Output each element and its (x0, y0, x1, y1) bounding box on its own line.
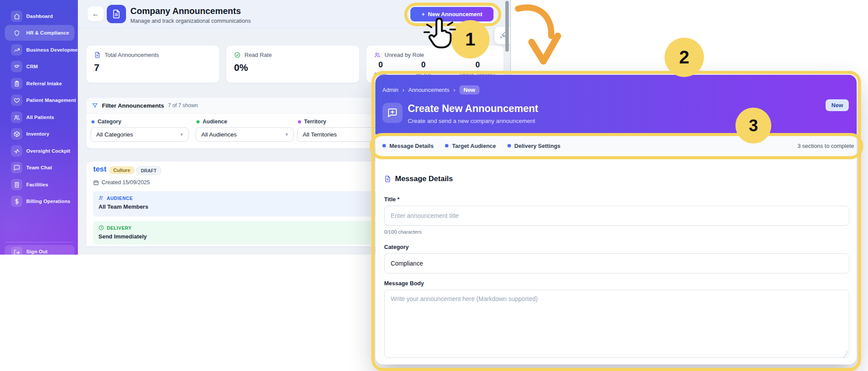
stat-label: Total Announcements (105, 52, 159, 58)
heart-icon (11, 94, 22, 106)
filter-label-audience: Audience (196, 119, 227, 125)
trending-up-icon (11, 44, 22, 56)
section-tab-message-details[interactable]: Message Details (382, 143, 434, 149)
sidebar-item-label: Facilities (26, 182, 48, 187)
sidebar-item-label: Billing Operations (26, 199, 70, 204)
sidebar-item-label: Business Development (26, 47, 78, 52)
sidebar-item-inventory[interactable]: Inventory (0, 127, 78, 140)
section-tab-delivery-settings[interactable]: Delivery Settings (508, 143, 561, 149)
filter-label-territory: Territory (298, 119, 326, 125)
modal-header: Admin › Announcements › New Create New A… (375, 75, 857, 134)
users-icon (11, 112, 22, 123)
logout-icon (11, 247, 22, 255)
step-1-marker: 1 (451, 20, 490, 59)
blue-dot-icon (508, 144, 511, 147)
sidebar-item-label: Referral Intake (26, 81, 62, 86)
sidebar-item-label: All Patients (26, 115, 54, 120)
modal-new-badge: New (826, 99, 849, 111)
sidebar-divider (5, 242, 73, 242)
sidebar-item-billing-operations[interactable]: Billing Operations (0, 195, 78, 208)
screen: Dashboard HR & Compliance Business Devel… (0, 0, 868, 371)
filter-count: 7 of 7 shown (168, 102, 198, 108)
status-badge: DRAFT (136, 166, 161, 175)
check-circle-icon (234, 52, 241, 58)
audience-label: AUDIENCE (107, 196, 133, 201)
calendar-icon (93, 180, 99, 186)
chevron-down-icon: ▾ (285, 132, 288, 137)
back-arrow-icon: ← (92, 10, 99, 18)
home-icon (11, 10, 22, 22)
sidebar-item-crm[interactable]: CRM (0, 60, 78, 73)
audience-select[interactable]: All Audiences▾ (196, 127, 294, 142)
modal-subtitle: Create and send a new company announceme… (408, 118, 535, 124)
sidebar-item-business-development[interactable]: Business Development (0, 43, 78, 56)
clipboard-icon (11, 78, 22, 89)
clock-icon (98, 225, 104, 231)
sidebar-item-team-chat[interactable]: Team Chat (0, 161, 78, 174)
sidebar-item-hr-compliance[interactable]: HR & Compliance (0, 26, 78, 39)
sidebar-item-label: HR & Compliance (26, 30, 69, 35)
activity-icon (11, 145, 22, 157)
purple-dot-icon (298, 120, 301, 123)
breadcrumb-separator: › (402, 87, 404, 93)
role-stat: 0clinical_manager (459, 60, 496, 76)
created-date: Created 15/09/2025 (93, 179, 150, 186)
sidebar-item-patient-management[interactable]: Patient Management (0, 94, 78, 107)
section-tab-target-audience[interactable]: Target Audience (445, 143, 496, 149)
announcement-title[interactable]: test (93, 165, 106, 174)
building-icon (11, 179, 22, 190)
breadcrumb-new-badge: New (459, 85, 480, 94)
funnel-icon (92, 102, 98, 108)
chevron-down-icon: ▾ (180, 132, 183, 137)
role-stat: 0admin (374, 60, 387, 76)
sidebar-item-label: Patient Management (26, 98, 76, 103)
breadcrumb: Admin › Announcements › New (382, 85, 480, 94)
curved-arrow-icon (512, 0, 571, 72)
sidebar-item-label: Inventory (26, 131, 49, 136)
announcement-title-input[interactable] (384, 206, 849, 226)
page-subtitle: Manage and track organizational communic… (130, 18, 251, 24)
role-stat: 0bd_rep (416, 60, 431, 76)
sidebar-item-label: Oversight Cockpit (26, 148, 70, 154)
sidebar-item-referral-intake[interactable]: Referral Intake (0, 77, 78, 90)
category-field[interactable]: Compliance (384, 253, 849, 273)
filter-title: Filter Announcements (102, 102, 164, 109)
sidebar-item-label: Team Chat (26, 165, 52, 170)
sidebar-item-dashboard[interactable]: Dashboard (0, 10, 78, 23)
stat-card-total: Total Announcements 7 (86, 45, 220, 83)
sidebar-item-all-patients[interactable]: All Patients (0, 111, 78, 124)
category-field-label: Category (384, 244, 409, 250)
sections-bar: Message Details Target Audience Delivery… (375, 134, 857, 158)
vertical-scrollbar[interactable] (505, 1, 509, 52)
create-announcement-modal: Admin › Announcements › New Create New A… (375, 75, 857, 364)
click-hand-cursor-icon (423, 16, 457, 54)
stat-label: Read Rate (245, 52, 272, 58)
back-button[interactable]: ← (88, 7, 104, 21)
category-select[interactable]: All Categories▾ (91, 127, 189, 142)
announcements-doc-icon (107, 5, 126, 23)
document-icon (384, 175, 391, 182)
blue-dot-icon (91, 120, 94, 123)
page-title: Company Announcements (130, 6, 241, 16)
handshake-icon (11, 61, 22, 72)
breadcrumb-admin[interactable]: Admin (382, 87, 399, 93)
stat-card-read-rate: Read Rate 0% (226, 45, 360, 83)
sidebar: Dashboard HR & Compliance Business Devel… (0, 0, 78, 255)
title-field-label: Title * (384, 196, 399, 203)
form-section-heading: Message Details (384, 175, 453, 183)
delivery-label: DELIVERY (107, 225, 132, 231)
dollar-icon (11, 196, 22, 207)
step-2-marker: 2 (665, 38, 704, 77)
message-body-textarea[interactable] (384, 290, 849, 358)
stat-value: 0% (234, 62, 248, 74)
users-icon (374, 52, 381, 58)
sidebar-item-facilities[interactable]: Facilities (0, 178, 78, 191)
sign-out-button[interactable]: Sign Out (5, 245, 74, 255)
package-icon (11, 128, 22, 140)
character-counter: 0/100 characters (384, 229, 422, 234)
sidebar-item-label: CRM (26, 64, 38, 69)
green-dot-icon (196, 120, 200, 123)
sidebar-item-oversight-cockpit[interactable]: Oversight Cockpit (0, 144, 78, 158)
breadcrumb-announcements[interactable]: Announcements (408, 87, 449, 93)
breadcrumb-separator: › (453, 87, 455, 93)
